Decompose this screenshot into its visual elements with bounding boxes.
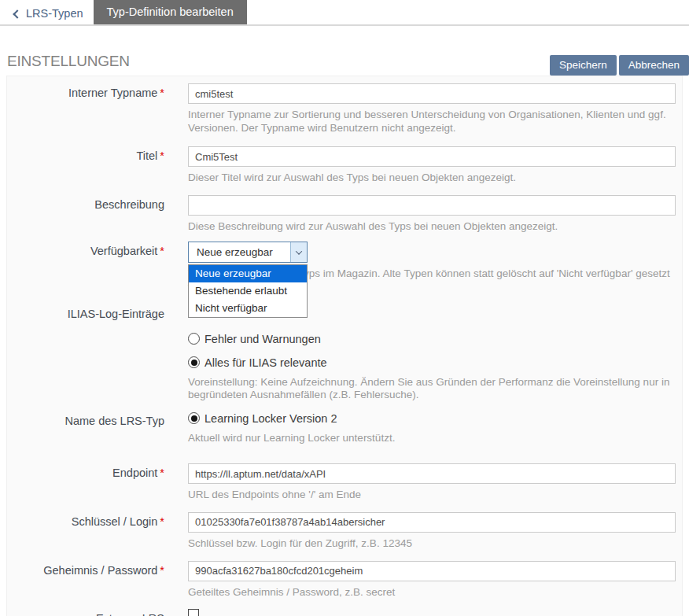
form-row-name-des-lrs-typ: Name des LRS-Typ Learning Locker Version… [7,411,676,445]
select-value: Neue erzeugbar [197,246,273,258]
verfuegbarkeit-dropdown: Neue erzeugbar Bestehende erlaubt Nicht … [188,264,308,318]
interner-typname-input[interactable] [188,83,676,104]
field-label: Geheimnis / Password* [7,561,188,599]
field-label: Verfügbarkeit* [7,242,188,293]
tab-bar: LRS-Typen Typ-Definition bearbeiten [0,0,689,26]
dropdown-option-bestehende-erlaubt[interactable]: Bestehende erlaubt [189,282,307,300]
field-help: Diese Beschreibung wird zur Auswahl des … [188,220,676,234]
radio-option-learning-locker-version-2[interactable]: Learning Locker Version 2 [188,411,676,426]
field-help: Geteiltes Geheimnis / Password, z.B. sec… [188,586,676,599]
radio-icon[interactable] [188,333,200,345]
field-label: Externer LRS [7,609,188,616]
required-asterisk: * [160,515,164,528]
geheimnis-password-input[interactable] [188,561,676,581]
radio-icon-selected[interactable] [188,356,200,368]
beschreibung-input[interactable] [188,195,676,216]
required-asterisk: * [160,564,164,577]
required-asterisk: * [160,245,164,257]
form-row-beschreibung: Beschreibung Diese Beschreibung wird zur… [7,195,676,234]
field-label: Schlüssel / Login* [7,512,188,551]
header-buttons: Speichern Abbrechen [550,55,689,76]
form-row-schluessel-login: Schlüssel / Login* Schlüssel bzw. Login … [7,512,676,551]
tab-typ-definition-bearbeiten[interactable]: Typ-Definition bearbeiten [94,0,247,24]
verfuegbarkeit-select[interactable]: Neue erzeugbar [188,242,308,263]
field-help: Schlüssel bzw. Login für den Zugriff, z.… [188,537,676,551]
select-arrow-button[interactable] [290,242,307,262]
form-row-titel: Titel* Dieser Titel wird zur Auswahl des… [7,146,676,185]
settings-header: EINSTELLUNGEN Speichern Abbrechen [0,47,689,76]
settings-form: Interner Typname* Interner Typname zur S… [6,76,683,616]
field-label: Name des LRS-Typ [7,411,188,445]
field-label: Interner Typname* [7,83,188,135]
form-row-interner-typname: Interner Typname* Interner Typname zur S… [7,83,676,135]
cancel-button[interactable]: Abbrechen [619,55,689,76]
field-help: Voreinstellung: Keine Aufzeichnung. Ände… [188,376,676,402]
save-button[interactable]: Speichern [550,55,617,76]
form-row-externer-lrs: Externer LRS [7,609,676,616]
dropdown-option-neue-erzeugbar[interactable]: Neue erzeugbar [189,265,307,282]
form-row-geheimnis-password: Geheimnis / Password* Geteiltes Geheimni… [7,561,676,599]
schluessel-login-input[interactable] [188,512,676,533]
page-title: EINSTELLUNGEN [7,53,130,70]
dropdown-option-nicht-verfuegbar[interactable]: Nicht verfügbar [189,300,307,317]
chevron-left-icon [13,9,21,18]
back-link-lrs-typen[interactable]: LRS-Typen [14,7,83,20]
required-asterisk: * [160,149,164,162]
field-help: URL des Endpoints ohne '/' am Ende [188,489,676,502]
field-label: Titel* [7,146,188,185]
externer-lrs-checkbox[interactable] [188,609,199,616]
field-help: Interner Typname zur Sortierung und bess… [188,109,676,135]
back-link-label: LRS-Typen [26,7,83,20]
field-label: Endpoint* [7,463,188,502]
required-asterisk: * [160,87,164,99]
form-row-endpoint: Endpoint* URL des Endpoints ohne '/' am … [7,463,676,502]
field-label: ILIAS-Log-Einträge [7,304,188,402]
required-asterisk: * [160,467,164,479]
endpoint-input[interactable] [188,463,676,484]
field-help: Dieser Titel wird zur Auswahl des Typs b… [188,172,676,185]
form-row-verfuegbarkeit: Verfügbarkeit* Neue erzeugbar Neue erzeu… [7,242,676,293]
field-help: Aktuell wird nur Learning Locker unterst… [188,432,676,445]
form-row-ilias-log-eintraege: ILIAS-Log-Einträge Keine Aufzeichnung Fe… [7,304,676,402]
titel-input[interactable] [188,146,676,167]
radio-icon-selected[interactable] [188,412,200,424]
radio-option-fehler-und-warnungen[interactable]: Fehler und Warnungen [188,332,676,346]
radio-option-alles-fuer-ilias-relevante[interactable]: Alles für ILIAS relevante [188,356,676,370]
field-label: Beschreibung [7,195,188,234]
chevron-down-icon [296,248,302,254]
